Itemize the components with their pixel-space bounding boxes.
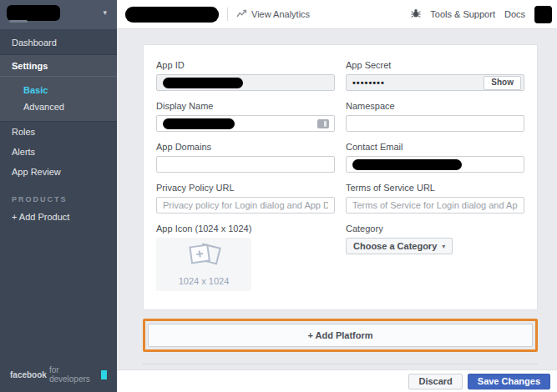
category-label: Category <box>346 224 524 234</box>
sidebar-item-dashboard[interactable]: Dashboard <box>0 33 117 53</box>
field-app-domains: App Domains <box>156 142 335 173</box>
sidebar-item-add-product[interactable]: + Add Product <box>0 205 117 229</box>
settings-form: App ID App Secret •••••••• Show Dis <box>156 60 524 301</box>
save-changes-button[interactable]: Save Changes <box>468 374 550 389</box>
for-developers-text: for developers <box>49 365 98 384</box>
app-id-subtext-redacted <box>9 20 28 23</box>
field-contact-email: Contact Email <box>346 142 524 173</box>
field-category: Category Choose a Category ▾ <box>346 224 524 291</box>
sidebar: ▾ Dashboard Settings Basic Advanced Role… <box>0 0 117 392</box>
action-bar: Discard Save Changes <box>117 369 557 392</box>
namespace-label: Namespace <box>346 101 524 111</box>
divider <box>227 8 228 21</box>
sidebar-item-settings-basic[interactable]: Basic <box>0 82 117 98</box>
settings-content: App ID App Secret •••••••• Show Dis <box>117 29 557 369</box>
sidebar-item-roles[interactable]: Roles <box>0 122 117 142</box>
sidebar-item-app-review[interactable]: App Review <box>0 162 117 182</box>
app-id-label: App ID <box>156 60 335 70</box>
contact-email-value-redacted <box>352 159 462 170</box>
tools-support-link[interactable]: Tools & Support <box>430 9 495 19</box>
main-area: View Analytics Tools & Support Docs App … <box>117 0 557 392</box>
app-domains-input[interactable] <box>156 156 335 173</box>
chevron-down-icon: ▾ <box>442 243 445 250</box>
privacy-policy-label: Privacy Policy URL <box>156 183 335 193</box>
app-icon-upload[interactable]: 1024 x 1024 <box>156 238 251 291</box>
show-app-secret-button[interactable]: Show <box>484 76 521 90</box>
app-icon-size-hint: 1024 x 1024 <box>179 276 230 286</box>
privacy-policy-input[interactable] <box>156 197 335 214</box>
view-analytics-link[interactable]: View Analytics <box>236 9 310 20</box>
sidebar-item-alerts[interactable]: Alerts <box>0 142 117 162</box>
divider <box>0 76 117 77</box>
app-icon-label: App Icon (1024 x 1024) <box>156 224 335 234</box>
field-app-secret: App Secret •••••••• Show <box>346 60 524 91</box>
app-secret-masked-value: •••••••• <box>352 78 385 88</box>
sidebar-group-settings: Settings Basic Advanced <box>0 54 117 122</box>
app-id-value-redacted <box>163 78 243 88</box>
contact-email-input[interactable] <box>346 156 524 173</box>
app-title-redacted <box>125 7 219 23</box>
sidebar-nav: Dashboard Settings Basic Advanced Roles … <box>0 29 117 359</box>
divider <box>143 364 538 364</box>
app-selector-dropdown[interactable]: ▾ <box>0 0 117 29</box>
display-name-input[interactable] <box>156 115 335 132</box>
contact-email-label: Contact Email <box>346 142 524 152</box>
basic-settings-card: App ID App Secret •••••••• Show Dis <box>143 44 538 310</box>
field-app-icon: App Icon (1024 x 1024) 1024 x 1024 <box>156 224 335 291</box>
field-privacy-policy: Privacy Policy URL <box>156 183 335 214</box>
app-secret-input: •••••••• Show <box>346 74 524 91</box>
docs-link[interactable]: Docs <box>504 9 525 19</box>
field-namespace: Namespace <box>346 101 524 132</box>
app-name-redacted <box>7 5 60 21</box>
app-domains-label: App Domains <box>156 142 335 152</box>
developers-logo-mark <box>101 370 107 379</box>
field-terms-of-service: Terms of Service URL <box>346 183 524 214</box>
app-id-input <box>156 74 335 91</box>
field-app-id: App ID <box>156 60 335 91</box>
sidebar-item-settings[interactable]: Settings <box>0 55 117 76</box>
sidebar-footer: facebook for developers <box>0 359 117 392</box>
category-dropdown[interactable]: Choose a Category ▾ <box>346 238 453 254</box>
namespace-input[interactable] <box>346 115 524 132</box>
profile-avatar[interactable] <box>534 6 552 23</box>
app-secret-label: App Secret <box>346 60 524 70</box>
display-name-value-redacted <box>163 118 235 129</box>
topbar-right: Tools & Support Docs <box>411 6 552 23</box>
bug-icon <box>411 8 421 20</box>
category-dropdown-label: Choose a Category <box>353 241 437 251</box>
field-display-name: Display Name <box>156 101 335 132</box>
display-name-label: Display Name <box>156 101 335 111</box>
localize-field-icon <box>317 119 329 128</box>
chevron-down-icon: ▾ <box>103 8 107 17</box>
sidebar-products-header: PRODUCTS <box>0 182 117 205</box>
add-platform-button[interactable]: + Add Platform <box>148 324 533 347</box>
sidebar-item-settings-advanced[interactable]: Advanced <box>0 98 117 115</box>
view-analytics-label: View Analytics <box>251 9 310 19</box>
add-platform-highlight-annotation: + Add Platform <box>143 319 538 352</box>
photo-upload-icon <box>185 243 223 273</box>
terms-of-service-label: Terms of Service URL <box>346 183 524 193</box>
terms-of-service-input[interactable] <box>346 197 524 214</box>
trending-arrow-icon <box>236 9 247 20</box>
discard-button[interactable]: Discard <box>408 374 462 389</box>
top-bar: View Analytics Tools & Support Docs <box>117 0 557 29</box>
facebook-logo-text: facebook <box>10 370 47 379</box>
app-window: ▾ Dashboard Settings Basic Advanced Role… <box>0 0 557 392</box>
